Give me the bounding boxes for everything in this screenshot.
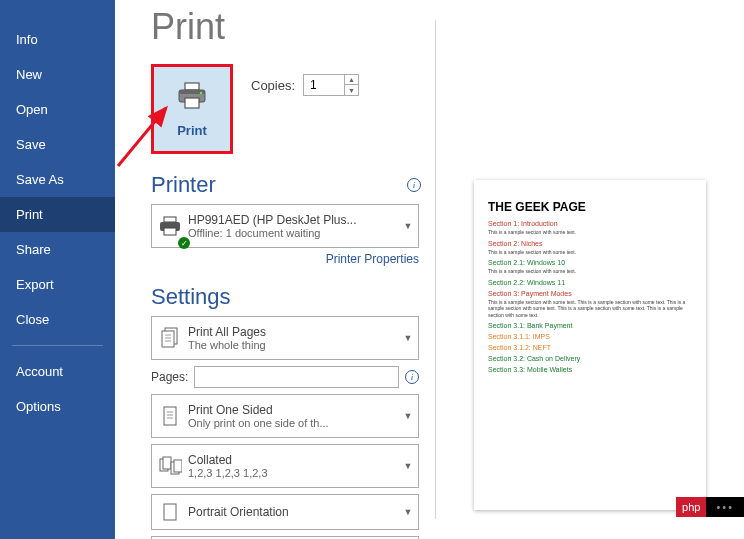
- sidebar-item-options[interactable]: Options: [0, 389, 115, 424]
- preview-section: Section 3.1.1: IMPS: [488, 333, 692, 340]
- print-button-label: Print: [177, 123, 207, 138]
- pages-row: Pages: i: [151, 366, 419, 388]
- svg-point-4: [200, 91, 202, 93]
- printer-info-icon[interactable]: i: [407, 178, 421, 192]
- printer-properties-link[interactable]: Printer Properties: [151, 252, 419, 266]
- sidebar-item-account[interactable]: Account: [0, 354, 115, 389]
- pages-label: Pages:: [151, 370, 188, 384]
- preview-section: Section 2.2: Windows 11: [488, 279, 692, 286]
- copies-input[interactable]: 1 ▲ ▼: [303, 74, 359, 96]
- page-preview: THE GEEK PAGE Section 1: Introduction Th…: [474, 180, 706, 510]
- preview-title: THE GEEK PAGE: [488, 200, 692, 214]
- svg-rect-18: [163, 457, 171, 469]
- printer-heading: Printer i: [151, 172, 419, 198]
- pages-stack-icon: [152, 317, 188, 359]
- preview-section: Section 3.3: Mobile Wallets: [488, 366, 692, 373]
- orientation-title: Portrait Orientation: [188, 495, 394, 529]
- preview-section: Section 3: Payment Modes: [488, 290, 692, 297]
- chevron-down-icon: ▼: [398, 411, 418, 421]
- watermark-badge: php •••: [676, 497, 744, 517]
- settings-column: Print Print Copies: 1: [115, 0, 435, 539]
- chevron-down-icon: ▼: [398, 333, 418, 343]
- preview-section: Section 2.1: Windows 10: [488, 259, 692, 266]
- sidebar-item-export[interactable]: Export: [0, 267, 115, 302]
- collated-title: Collated: [188, 453, 394, 467]
- collated-sub: 1,2,3 1,2,3 1,2,3: [188, 467, 394, 479]
- sidebar-item-new[interactable]: New: [0, 57, 115, 92]
- copies-down[interactable]: ▼: [345, 85, 358, 95]
- printer-selector[interactable]: ✓ HP991AED (HP DeskJet Plus... Offline: …: [151, 204, 419, 248]
- copies-value: 1: [304, 78, 344, 92]
- print-all-pages-selector[interactable]: Print All Pages The whole thing ▼: [151, 316, 419, 360]
- chevron-down-icon: ▼: [398, 221, 418, 231]
- print-row: Print Copies: 1 ▲ ▼: [151, 64, 419, 154]
- preview-section: Section 1: Introduction: [488, 220, 692, 227]
- page-title: Print: [151, 6, 419, 48]
- one-sided-icon: [152, 395, 188, 437]
- chevron-down-icon: ▼: [398, 507, 418, 517]
- svg-rect-5: [164, 217, 176, 222]
- collated-selector[interactable]: Collated 1,2,3 1,2,3 1,2,3 ▼: [151, 444, 419, 488]
- ok-badge-icon: ✓: [178, 237, 190, 249]
- copies-spinner: ▲ ▼: [344, 75, 358, 95]
- svg-rect-7: [164, 228, 176, 235]
- settings-heading: Settings: [151, 284, 419, 310]
- svg-rect-3: [185, 98, 199, 108]
- one-sided-selector[interactable]: Print One Sided Only print on one side o…: [151, 394, 419, 438]
- pages-input[interactable]: [194, 366, 399, 388]
- orientation-selector[interactable]: Portrait Orientation ▼: [151, 494, 419, 530]
- preview-body: This is a sample section with some text.: [488, 229, 692, 236]
- preview-pane: THE GEEK PAGE Section 1: Introduction Th…: [436, 0, 744, 539]
- collated-icon: [152, 445, 188, 487]
- sidebar-item-open[interactable]: Open: [0, 92, 115, 127]
- printer-status-text: Offline: 1 document waiting: [188, 227, 394, 239]
- sidebar-item-save-as[interactable]: Save As: [0, 162, 115, 197]
- portrait-icon: [152, 495, 188, 529]
- sidebar-item-save[interactable]: Save: [0, 127, 115, 162]
- watermark-left: php: [676, 497, 706, 517]
- print-all-sub: The whole thing: [188, 339, 394, 351]
- sidebar-item-print[interactable]: Print: [0, 197, 115, 232]
- sidebar-item-info[interactable]: Info: [0, 22, 115, 57]
- backstage-sidebar: Info New Open Save Save As Print Share E…: [0, 0, 115, 539]
- sidebar-item-share[interactable]: Share: [0, 232, 115, 267]
- preview-body: This is a sample section with some text.: [488, 249, 692, 256]
- sidebar-item-close[interactable]: Close: [0, 302, 115, 337]
- printer-icon: [174, 81, 210, 115]
- svg-rect-13: [164, 407, 176, 425]
- printer-name: HP991AED (HP DeskJet Plus...: [188, 213, 394, 227]
- main-area: Print Print Copies: 1: [115, 0, 744, 539]
- printer-status-icon: ✓: [152, 205, 188, 247]
- svg-rect-20: [174, 460, 182, 472]
- print-all-title: Print All Pages: [188, 325, 394, 339]
- watermark-right: •••: [706, 497, 744, 517]
- preview-section: Section 3.2: Cash on Delivery: [488, 355, 692, 362]
- sidebar-divider: [12, 345, 103, 346]
- copies-group: Copies: 1 ▲ ▼: [251, 74, 359, 96]
- svg-rect-9: [162, 331, 174, 347]
- preview-section: Section 3.1: Bank Payment: [488, 322, 692, 329]
- print-button[interactable]: Print: [151, 64, 233, 154]
- preview-body: This is a sample section with some text.…: [488, 299, 692, 319]
- one-sided-title: Print One Sided: [188, 403, 394, 417]
- svg-rect-21: [164, 504, 176, 520]
- svg-rect-0: [185, 83, 199, 90]
- pages-info-icon[interactable]: i: [405, 370, 419, 384]
- chevron-down-icon: ▼: [398, 461, 418, 471]
- one-sided-sub: Only print on one side of th...: [188, 417, 394, 429]
- copies-label: Copies:: [251, 78, 295, 93]
- preview-section: Section 2: Niches: [488, 240, 692, 247]
- preview-body: This is a sample section with some text.: [488, 268, 692, 275]
- copies-up[interactable]: ▲: [345, 75, 358, 85]
- preview-section: Section 3.1.2: NEFT: [488, 344, 692, 351]
